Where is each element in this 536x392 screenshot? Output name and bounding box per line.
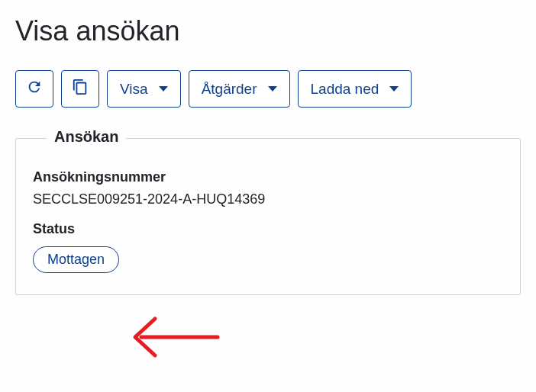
chevron-down-icon [389, 86, 399, 92]
chevron-down-icon [268, 86, 277, 92]
refresh-button[interactable] [15, 70, 53, 108]
status-label: Status [33, 221, 503, 237]
download-dropdown-label: Ladda ned [311, 81, 379, 98]
application-panel: Ansökan Ansökningsnummer SECCLSE009251-2… [15, 138, 521, 295]
panel-legend: Ansökan [47, 128, 126, 146]
visa-dropdown-label: Visa [120, 81, 148, 98]
toolbar: Visa Åtgärder Ladda ned [15, 70, 521, 108]
copy-button[interactable] [61, 70, 99, 108]
actions-dropdown-label: Åtgärder [202, 81, 257, 98]
application-number-label: Ansökningsnummer [33, 169, 503, 185]
refresh-icon [26, 79, 43, 99]
application-number-field: Ansökningsnummer SECCLSE009251-2024-A-HU… [33, 169, 503, 207]
page-title: Visa ansökan [15, 15, 521, 47]
status-badge[interactable]: Mottagen [33, 246, 119, 273]
actions-dropdown[interactable]: Åtgärder [189, 70, 290, 108]
chevron-down-icon [159, 86, 168, 92]
copy-icon [72, 79, 89, 99]
visa-dropdown[interactable]: Visa [107, 70, 181, 108]
application-number-value: SECCLSE009251-2024-A-HUQ14369 [33, 191, 503, 207]
download-dropdown[interactable]: Ladda ned [298, 70, 412, 108]
annotation-arrow [126, 308, 225, 361]
status-field: Status Mottagen [33, 221, 503, 273]
